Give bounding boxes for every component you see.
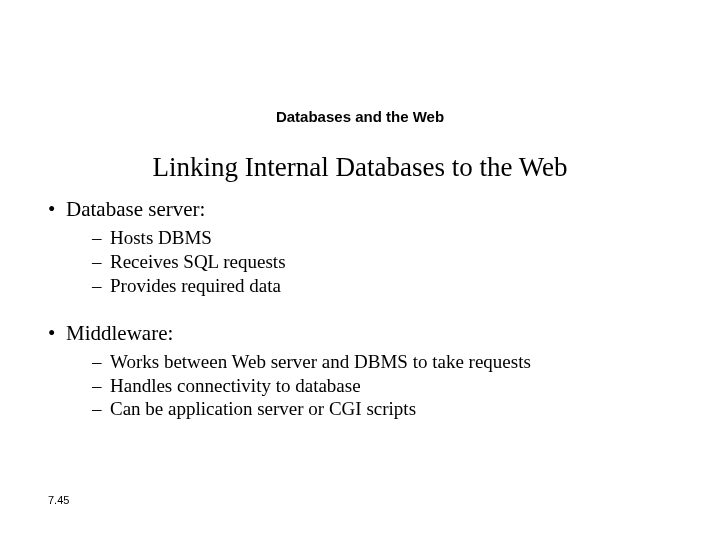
sub-item: Handles connectivity to database [92,374,680,398]
slide: Databases and the Web Linking Internal D… [0,0,720,540]
sub-list: Hosts DBMS Receives SQL requests Provide… [92,226,680,297]
slide-title: Linking Internal Databases to the Web [0,152,720,183]
sub-text: Hosts DBMS [110,227,212,248]
bullet-item: Middleware: [48,320,680,346]
sub-text: Provides required data [110,275,281,296]
bullet-item: Database server: [48,196,680,222]
sub-item: Works between Web server and DBMS to tak… [92,350,680,374]
bullet-label: Database server: [66,197,205,221]
spacer [48,310,680,320]
sub-item: Hosts DBMS [92,226,680,250]
bullet-label: Middleware: [66,321,173,345]
sub-item: Can be application server or CGI scripts [92,397,680,421]
slide-body: Database server: Hosts DBMS Receives SQL… [48,196,680,433]
page-number: 7.45 [48,494,69,506]
topic-heading: Databases and the Web [0,108,720,125]
sub-item: Receives SQL requests [92,250,680,274]
sub-text: Handles connectivity to database [110,375,361,396]
sub-text: Can be application server or CGI scripts [110,398,416,419]
sub-text: Receives SQL requests [110,251,286,272]
sub-list: Works between Web server and DBMS to tak… [92,350,680,421]
sub-text: Works between Web server and DBMS to tak… [110,351,531,372]
sub-item: Provides required data [92,274,680,298]
